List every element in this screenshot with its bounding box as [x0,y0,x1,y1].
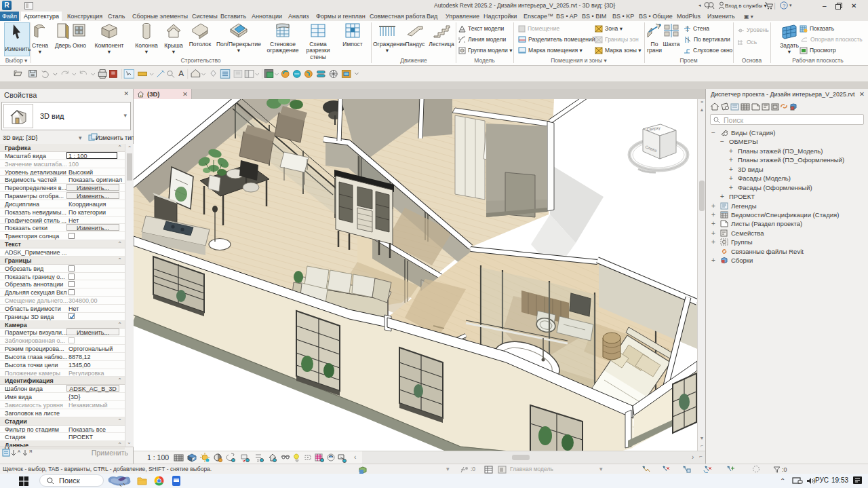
svg-text::0: :0 [782,466,787,473]
svg-text:Я: Я [29,449,32,453]
svg-text:?: ? [783,3,786,9]
svg-text:A: A [178,69,184,77]
svg-text:A: A [18,449,20,453]
